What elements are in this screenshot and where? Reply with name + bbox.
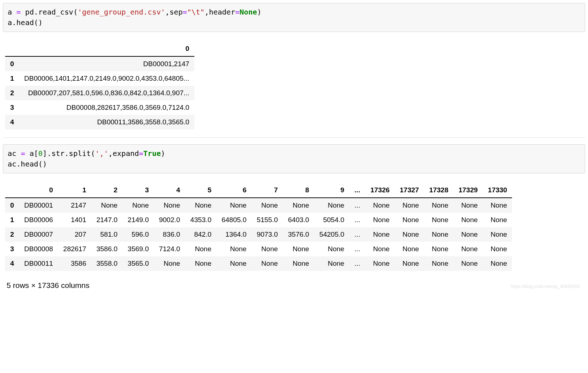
- cell: None: [483, 198, 512, 213]
- cell: DB00008,282617,3586.0,3569.0,7124.0: [19, 100, 194, 115]
- col-header: 4: [154, 183, 185, 198]
- cell: 7124.0: [154, 242, 185, 256]
- cell: None: [424, 242, 454, 256]
- col-header: 17327: [395, 183, 424, 198]
- cell: None: [122, 198, 154, 213]
- col-header: 6: [217, 183, 252, 198]
- cell: None: [365, 242, 395, 256]
- row-index: 2: [5, 86, 19, 100]
- table-row: 4DB0001135863558.03565.0NoneNoneNoneNone…: [5, 256, 512, 271]
- cell: 1364.0: [217, 227, 252, 242]
- cell: 836.0: [154, 227, 185, 242]
- col-header: 17328: [424, 183, 454, 198]
- cell: 4353.0: [185, 213, 217, 227]
- cell: 207: [58, 227, 91, 242]
- col-header: 7: [251, 183, 283, 198]
- col-header: 0: [19, 183, 58, 198]
- cell: ...: [349, 256, 365, 271]
- cell: None: [185, 198, 217, 213]
- cell: None: [454, 198, 483, 213]
- cell: 9002.0: [154, 213, 185, 227]
- row-index: 3: [5, 242, 19, 256]
- cell: 5155.0: [251, 213, 283, 227]
- cell: None: [154, 256, 185, 271]
- cell: 54205.0: [314, 227, 350, 242]
- code-line: a = pd.read_csv('gene_group_end.csv',sep…: [8, 8, 261, 16]
- col-header: ...: [349, 183, 365, 198]
- table-row: 1DB00006,1401,2147.0,2149.0,9002.0,4353.…: [5, 71, 194, 86]
- cell: None: [454, 227, 483, 242]
- cell-separator: [3, 137, 585, 138]
- cell: None: [395, 198, 424, 213]
- row-index: 0: [5, 56, 19, 71]
- table-row: 2DB00007,207,581.0,596.0,836.0,842.0,136…: [5, 86, 194, 100]
- watermark: https://blog.csdn.net/qq_40855100: [511, 284, 580, 289]
- cell: 581.0: [91, 227, 122, 242]
- code-cell-1[interactable]: a = pd.read_csv('gene_group_end.csv',sep…: [3, 3, 585, 32]
- cell: 2147: [58, 198, 91, 213]
- cell: None: [154, 198, 185, 213]
- cell: 6403.0: [283, 213, 314, 227]
- cell: 3586.0: [91, 242, 122, 256]
- cell: DB00011,3586,3558.0,3565.0: [19, 115, 194, 129]
- cell: 3569.0: [122, 242, 154, 256]
- cell: None: [424, 198, 454, 213]
- cell: DB00006: [19, 213, 58, 227]
- col-header: 0: [19, 41, 194, 56]
- cell: DB00001: [19, 198, 58, 213]
- cell: None: [251, 198, 283, 213]
- cell: DB00006,1401,2147.0,2149.0,9002.0,4353.0…: [19, 71, 194, 86]
- cell: None: [217, 198, 252, 213]
- row-index: 4: [5, 256, 19, 271]
- cell: 842.0: [185, 227, 217, 242]
- cell: None: [454, 213, 483, 227]
- cell: None: [251, 256, 283, 271]
- col-header: 17326: [365, 183, 395, 198]
- cell: None: [483, 256, 512, 271]
- cell: DB00011: [19, 256, 58, 271]
- cell: None: [424, 213, 454, 227]
- cell: 2149.0: [122, 213, 154, 227]
- cell: 596.0: [122, 227, 154, 242]
- code-line: ac.head(): [8, 160, 47, 168]
- col-header: 2: [91, 183, 122, 198]
- output-2: 0123456789...1732617327173281732917330 0…: [3, 173, 585, 291]
- col-header: 9: [314, 183, 350, 198]
- table-row: 0DB000012147NoneNoneNoneNoneNoneNoneNone…: [5, 198, 512, 213]
- cell: None: [395, 256, 424, 271]
- row-index: 3: [5, 100, 19, 115]
- table-row: 0DB00001,2147: [5, 56, 194, 71]
- table-row: 4DB00011,3586,3558.0,3565.0: [5, 115, 194, 129]
- cell: None: [217, 242, 252, 256]
- row-index: 1: [5, 213, 19, 227]
- code-line: a.head(): [8, 18, 43, 27]
- cell: DB00001,2147: [19, 56, 194, 71]
- cell: None: [365, 198, 395, 213]
- cell: None: [365, 213, 395, 227]
- row-index: 4: [5, 115, 19, 129]
- cell: 64805.0: [217, 213, 252, 227]
- cell: None: [395, 242, 424, 256]
- cell: ...: [349, 213, 365, 227]
- col-header: 1: [58, 183, 91, 198]
- cell: None: [395, 213, 424, 227]
- code-cell-2[interactable]: ac = a[0].str.split(',',expand=True) ac.…: [3, 144, 585, 173]
- cell: None: [483, 227, 512, 242]
- cell: 3565.0: [122, 256, 154, 271]
- cell: ...: [349, 198, 365, 213]
- cell: None: [251, 242, 283, 256]
- col-header: 17329: [454, 183, 483, 198]
- cell: DB00008: [19, 242, 58, 256]
- cell: None: [314, 198, 350, 213]
- cell: None: [424, 256, 454, 271]
- row-index: 1: [5, 71, 19, 86]
- cell: DB00007: [19, 227, 58, 242]
- cell: 2147.0: [91, 213, 122, 227]
- cell: None: [283, 198, 314, 213]
- dataframe-1: 0 0DB00001,21471DB00006,1401,2147.0,2149…: [5, 41, 194, 129]
- table-row: 2DB00007207581.0596.0836.0842.01364.0907…: [5, 227, 512, 242]
- code-line: ac = a[0].str.split(',',expand=True): [8, 149, 165, 158]
- cell: 3576.0: [283, 227, 314, 242]
- output-1: 0 0DB00001,21471DB00006,1401,2147.0,2149…: [3, 32, 585, 131]
- cell: None: [365, 227, 395, 242]
